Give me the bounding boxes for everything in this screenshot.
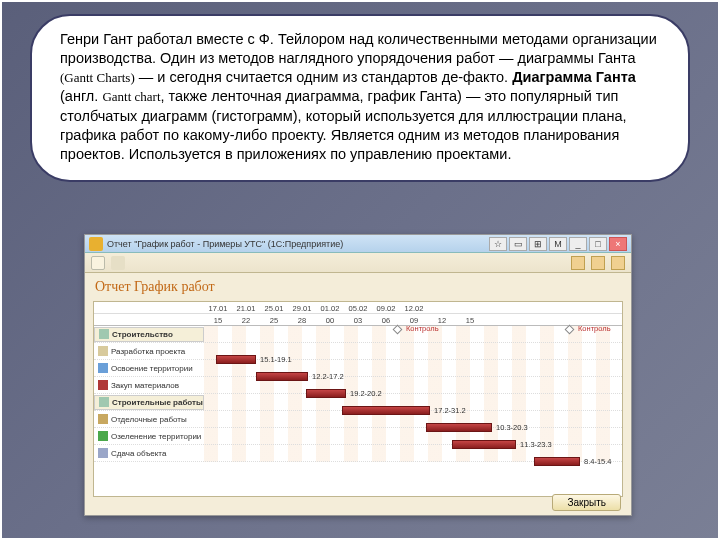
task-label: Закуп материалов — [94, 380, 204, 390]
task-name: Закуп материалов — [111, 381, 179, 390]
date-cell — [456, 304, 484, 313]
tri-icon[interactable] — [111, 256, 125, 270]
date-cell: 09.02 — [372, 304, 400, 313]
close-button[interactable]: × — [609, 237, 627, 251]
bar-5 — [426, 423, 492, 432]
bold-term: Диаграмма Ганта — [512, 69, 636, 85]
date-cell: 22 — [232, 316, 260, 325]
date-cell: 28 — [288, 316, 316, 325]
para-b: — и сегодня считается одним из стандарто… — [135, 69, 512, 85]
titlebar: Отчет "График работ - Примеры УТС" (1С:П… — [85, 235, 631, 253]
help-button[interactable]: ☆ — [489, 237, 507, 251]
task-label: Сдача объекта — [94, 448, 204, 458]
bar-2 — [256, 372, 308, 381]
bar-6 — [452, 440, 516, 449]
m-button[interactable]: M — [549, 237, 567, 251]
date-cell — [568, 304, 596, 313]
bar-lbl-5: 10.3-20.3 — [496, 423, 528, 432]
close-report-button[interactable]: Закрыть — [552, 494, 621, 511]
eng1: (Gantt Charts) — [60, 70, 135, 85]
task-label: Строительные работы — [94, 395, 204, 410]
task-label: Отделочные работы — [94, 414, 204, 424]
date-cell — [484, 316, 512, 325]
date-cell: 06 — [372, 316, 400, 325]
bar-lbl-7: 8.4-15.4 — [584, 457, 612, 466]
dates-bottom: 15222528000306091215 — [94, 314, 622, 326]
date-cell — [512, 316, 540, 325]
scroll-icon — [98, 414, 108, 424]
doc-icon — [98, 346, 108, 356]
ctrl-1: Контроль — [404, 324, 439, 333]
date-cell — [484, 304, 512, 313]
date-cell — [540, 304, 568, 313]
bar-lbl-6: 11.3-23.3 — [520, 440, 552, 449]
task-label: Разработка проекта — [94, 346, 204, 356]
table-icon — [98, 448, 108, 458]
task-name: Отделочные работы — [111, 415, 187, 424]
task-name: Разработка проекта — [111, 347, 185, 356]
para-c: (англ. — [60, 88, 102, 104]
window-title: Отчет "График работ - Примеры УТС" (1С:П… — [107, 239, 485, 249]
green-icon — [98, 431, 108, 441]
gantt-chart: 17.0121.0125.0129.0101.0205.0209.0212.02… — [93, 301, 623, 497]
house-icon — [99, 397, 109, 407]
bar-lbl-3: 19.2-20.2 — [350, 389, 382, 398]
dates-top: 17.0121.0125.0129.0101.0205.0209.0212.02 — [94, 302, 622, 314]
task-name: Строительство — [112, 330, 173, 339]
task-label: Освоение территории — [94, 363, 204, 373]
bar-4 — [342, 406, 430, 415]
task-row: Разработка проекта — [94, 343, 622, 360]
date-cell: 03 — [344, 316, 372, 325]
date-cell: 05.02 — [344, 304, 372, 313]
report-title: Отчет График работ — [85, 273, 631, 297]
eng2: Gantt chart — [102, 89, 160, 104]
date-cell: 12.02 — [400, 304, 428, 313]
calc-button[interactable]: ⊞ — [529, 237, 547, 251]
maximize-button[interactable]: □ — [589, 237, 607, 251]
date-cell: 29.01 — [288, 304, 316, 313]
date-cell: 25 — [260, 316, 288, 325]
house-icon — [99, 329, 109, 339]
date-cell: 15 — [456, 316, 484, 325]
app-window: Отчет "График работ - Примеры УТС" (1С:П… — [84, 234, 632, 516]
tool-sq-1[interactable] — [571, 256, 585, 270]
bar-3 — [306, 389, 346, 398]
task-label: Озеленение территории — [94, 431, 204, 441]
date-cell: 01.02 — [316, 304, 344, 313]
date-cell: 25.01 — [260, 304, 288, 313]
app-icon — [89, 237, 103, 251]
task-row: Строительство — [94, 326, 622, 343]
blue-icon — [98, 363, 108, 373]
task-name: Освоение территории — [111, 364, 193, 373]
date-cell — [512, 304, 540, 313]
tool-sq-3[interactable] — [611, 256, 625, 270]
date-cell — [540, 316, 568, 325]
date-cell: 17.01 — [204, 304, 232, 313]
toolbar — [85, 253, 631, 273]
task-name: Строительные работы — [112, 398, 203, 407]
bar-7 — [534, 457, 580, 466]
date-cell: 00 — [316, 316, 344, 325]
tool-button[interactable]: ▭ — [509, 237, 527, 251]
minimize-button[interactable]: _ — [569, 237, 587, 251]
para-a: Генри Гант работал вместе с Ф. Тейлором … — [60, 31, 657, 66]
date-cell — [428, 304, 456, 313]
bar-lbl-2: 12.2-17.2 — [312, 372, 344, 381]
task-label: Строительство — [94, 327, 204, 342]
date-cell: 15 — [204, 316, 232, 325]
bar-lbl-1: 15.1-19.1 — [260, 355, 292, 364]
ctrl-2: Контроль — [576, 324, 611, 333]
date-cell: 21.01 — [232, 304, 260, 313]
window-controls: ☆ ▭ ⊞ M _ □ × — [489, 237, 627, 251]
task-row: Освоение территории — [94, 360, 622, 377]
tool-sq-2[interactable] — [591, 256, 605, 270]
bar-lbl-4: 17.2-31.2 — [434, 406, 466, 415]
bar-1 — [216, 355, 256, 364]
task-name: Озеленение территории — [111, 432, 201, 441]
footer: Закрыть — [552, 494, 621, 511]
task-name: Сдача объекта — [111, 449, 166, 458]
page-icon[interactable] — [91, 256, 105, 270]
info-bubble: Генри Гант работал вместе с Ф. Тейлором … — [30, 14, 690, 182]
red-icon — [98, 380, 108, 390]
